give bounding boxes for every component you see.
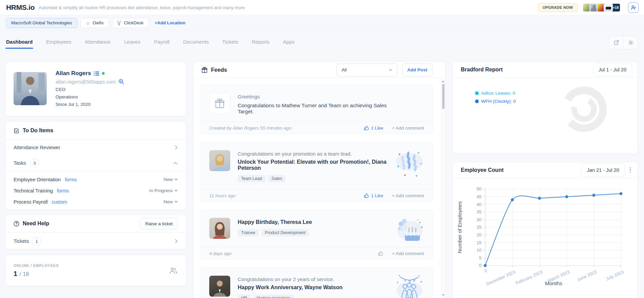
- todo-card: To Do Items Attendance Reviewer Tasks 3 …: [5, 121, 186, 210]
- online-count: 1: [14, 270, 17, 278]
- data-point[interactable]: [511, 198, 514, 201]
- data-point[interactable]: [592, 194, 595, 197]
- task-status-dropdown[interactable]: In Progress: [149, 188, 178, 193]
- location-chip-owfis[interactable]: ☼ Owfis: [81, 18, 109, 28]
- online-separator: /: [19, 271, 21, 277]
- add-person-icon: [630, 5, 636, 10]
- legend-label: Adhoc Leaves: 0: [481, 91, 515, 96]
- gift-icon-box: [209, 93, 230, 114]
- task-status-dropdown[interactable]: New: [164, 199, 178, 204]
- topbar-right: UPGRADE NOW +18: [538, 2, 639, 13]
- tab-dashboard[interactable]: Dashboard: [6, 34, 33, 51]
- task-status-value: In Progress: [149, 188, 173, 193]
- scroll-down-arrow[interactable]: [442, 293, 445, 297]
- post-avatar: [209, 218, 230, 239]
- online-employees-card: ONLINE / EMPLOYEES 1 / 18: [5, 255, 186, 286]
- anniversary-illustration: [395, 273, 424, 298]
- svg-text:0: 0: [479, 263, 481, 268]
- add-location-link[interactable]: +Add Location: [155, 20, 186, 25]
- tab-leaves[interactable]: Leaves: [124, 34, 140, 51]
- avatar[interactable]: [604, 3, 613, 12]
- add-comment-button[interactable]: + Add comment: [392, 193, 424, 198]
- svg-text:45: 45: [477, 194, 481, 199]
- profile-info: Allan Rogers allan.rogers@500apps.com CE…: [56, 69, 124, 109]
- legend-item-wfh[interactable]: WFH (Clockly): 0: [475, 99, 638, 104]
- tab-attendance[interactable]: Attendance: [85, 34, 111, 51]
- location-chip-macrosoft[interactable]: MacroSoft Global Technologies: [6, 18, 77, 28]
- task-link[interactable]: forms: [65, 177, 77, 182]
- like-label: 1 Like: [371, 125, 383, 131]
- task-link[interactable]: custom: [52, 199, 67, 205]
- feed-post-birthday: Happy Birthday, Theresa Lee Trainee Prod…: [200, 209, 433, 260]
- post-tag: Product Development: [261, 229, 309, 236]
- task-status-dropdown[interactable]: New: [164, 177, 178, 182]
- feeds-panel: Feeds All Add Post: [193, 62, 446, 298]
- svg-text:July 2023: July 2023: [605, 269, 624, 281]
- task-list: Employee Orientation forms New Technical…: [5, 171, 186, 209]
- profile-since: Since Jul 1, 2020: [56, 102, 124, 107]
- post-tag: Trainee: [238, 229, 259, 236]
- clickdesk-icon: [117, 20, 122, 25]
- tab-payroll[interactable]: Payroll: [154, 34, 170, 51]
- feed-post-promotion: Congratulations on your promotion as a t…: [200, 142, 433, 202]
- chevron-right-icon: [175, 239, 178, 244]
- tab-tickets[interactable]: Tickets: [222, 34, 238, 51]
- search-profile-icon[interactable]: [119, 79, 124, 85]
- location-chip-clickdesk[interactable]: ClickDesk: [112, 18, 149, 28]
- list-icon[interactable]: [94, 71, 99, 76]
- legend-label: WFH (Clockly): 0: [481, 99, 516, 104]
- raise-ticket-button[interactable]: Raise a ticket: [140, 218, 178, 229]
- tasks-count-badge: 3: [30, 159, 39, 167]
- tickets-row[interactable]: Tickets 1: [5, 233, 186, 250]
- profile-photo[interactable]: [14, 72, 47, 105]
- data-point[interactable]: [538, 197, 541, 200]
- app-tagline: Automate & simplify all routine HR proce…: [39, 5, 244, 10]
- data-point[interactable]: [620, 192, 623, 195]
- external-link-button[interactable]: [609, 36, 623, 49]
- feeds-filter-select[interactable]: All: [337, 64, 398, 76]
- tab-documents[interactable]: Documents: [183, 34, 209, 51]
- like-button[interactable]: 1 Like: [364, 125, 383, 131]
- tab-employees[interactable]: Employees: [46, 34, 71, 51]
- bradford-legend: Adhoc Leaves: 0 WFH (Clockly): 0: [453, 78, 638, 104]
- like-button[interactable]: 1 Like: [364, 193, 383, 198]
- team-avatar-strip[interactable]: +18: [582, 3, 621, 12]
- add-comment-button[interactable]: + Add comment: [392, 251, 424, 256]
- legend-item-adhoc[interactable]: Adhoc Leaves: 0: [475, 91, 638, 96]
- add-post-button[interactable]: Add Post: [402, 64, 432, 76]
- post-time: 11 hours ago: [209, 193, 236, 198]
- data-point[interactable]: [565, 195, 568, 198]
- add-comment-button[interactable]: + Add comment: [392, 125, 424, 131]
- employee-count-date-range[interactable]: Jan 21 - Jul 20: [581, 163, 625, 177]
- tab-apps[interactable]: Apps: [283, 34, 295, 51]
- task-link[interactable]: forms: [57, 188, 69, 193]
- legend-dot: [475, 91, 479, 95]
- svg-text:February 2023: February 2023: [515, 269, 543, 285]
- bradford-date-range[interactable]: Jul 1 - Jul 20: [593, 63, 632, 76]
- task-name: Technical Training: [14, 188, 53, 193]
- tab-reports[interactable]: Reports: [252, 34, 270, 51]
- feeds-scrollbar[interactable]: [441, 78, 445, 298]
- task-row: Process Payroll custom New: [14, 196, 178, 207]
- post-time: 4 days ago: [209, 251, 232, 256]
- scrollbar-thumb[interactable]: [442, 84, 445, 109]
- post-tag: HR: [238, 294, 251, 298]
- tasks-label: Tasks: [14, 160, 26, 166]
- tasks-row[interactable]: Tasks 3: [5, 155, 186, 171]
- settings-button[interactable]: [623, 36, 638, 49]
- like-button[interactable]: [378, 251, 383, 256]
- svg-text:35: 35: [477, 209, 481, 214]
- task-name: Employee Orientation: [14, 177, 61, 182]
- need-help-title: Need Help: [23, 221, 49, 227]
- data-point[interactable]: [484, 264, 487, 267]
- bradford-title: Bradford Report: [461, 67, 503, 73]
- kebab-menu-icon[interactable]: [628, 166, 632, 175]
- task-row: Employee Orientation forms New: [14, 174, 178, 185]
- add-user-button[interactable]: [628, 2, 639, 13]
- upgrade-now-button[interactable]: UPGRADE NOW: [538, 3, 578, 12]
- attendance-reviewer-row[interactable]: Attendance Reviewer: [5, 140, 186, 155]
- legend-dot: [475, 99, 479, 103]
- scroll-up-arrow[interactable]: [442, 79, 445, 83]
- svg-text:25: 25: [477, 225, 481, 230]
- location-label: ClickDesk: [124, 20, 144, 25]
